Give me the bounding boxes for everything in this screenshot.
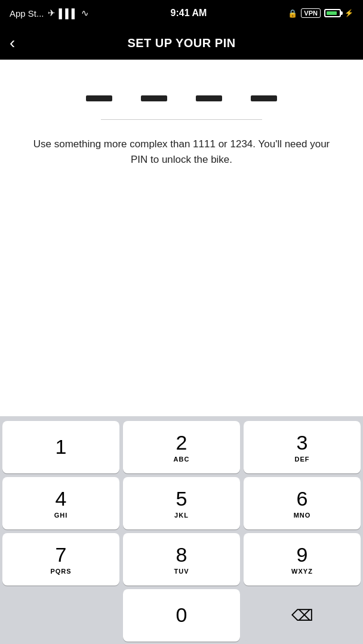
pin-slot-3 — [196, 95, 222, 101]
key-8-digit: 8 — [176, 544, 187, 566]
pin-slot-2 — [141, 95, 167, 101]
key-2-letters: ABC — [174, 456, 190, 463]
key-9-letters: WXYZ — [291, 568, 313, 575]
numpad-container: 1 2 ABC 3 DEF 4 GHI 5 JKL 6 MNO 7 PQRS 8 — [0, 416, 363, 644]
key-5-letters: JKL — [174, 512, 189, 519]
key-3-letters: DEF — [295, 456, 310, 463]
key-2[interactable]: 2 ABC — [123, 421, 240, 473]
key-0[interactable]: 0 — [123, 589, 240, 642]
battery-icon — [324, 9, 341, 17]
hint-text: Use something more complex than 1111 or … — [26, 137, 337, 167]
key-7-digit: 7 — [56, 544, 67, 566]
key-3[interactable]: 3 DEF — [244, 421, 361, 473]
airplane-icon: ✈ — [48, 8, 56, 18]
charging-icon: ⚡ — [344, 9, 353, 17]
vpn-badge: VPN — [301, 8, 321, 18]
key-6-digit: 6 — [297, 488, 308, 510]
status-right: 🔒 VPN ⚡ — [288, 8, 353, 18]
signal-icon: ▌▌▌ — [59, 8, 78, 18]
pin-slot-4 — [251, 95, 277, 101]
key-empty — [2, 589, 119, 642]
key-8-letters: TUV — [174, 568, 189, 575]
key-6-letters: MNO — [294, 512, 311, 519]
key-6[interactable]: 6 MNO — [244, 477, 361, 530]
key-9-digit: 9 — [297, 544, 308, 566]
numpad-bottom-row: 0 ⌫ — [2, 589, 361, 642]
key-7-letters: PQRS — [50, 568, 71, 575]
pin-display — [86, 95, 277, 101]
wifi-icon: ∿ — [81, 8, 89, 18]
numpad-grid: 1 2 ABC 3 DEF 4 GHI 5 JKL 6 MNO 7 PQRS 8 — [2, 421, 361, 586]
key-8[interactable]: 8 TUV — [123, 533, 240, 586]
key-delete[interactable]: ⌫ — [244, 589, 361, 642]
key-4-letters: GHI — [54, 512, 68, 519]
key-0-digit: 0 — [176, 604, 187, 626]
key-9[interactable]: 9 WXYZ — [244, 533, 361, 586]
main-content: Use something more complex than 1111 or … — [0, 60, 363, 416]
key-1-digit: 1 — [56, 436, 67, 458]
time-display: 9:41 AM — [171, 8, 207, 18]
nav-header: ‹ SET UP YOUR PIN — [0, 26, 363, 60]
pin-slot-1 — [86, 95, 112, 101]
delete-icon: ⌫ — [291, 606, 313, 625]
key-4[interactable]: 4 GHI — [2, 477, 119, 530]
key-5-digit: 5 — [176, 488, 187, 510]
key-3-digit: 3 — [297, 432, 308, 454]
back-button[interactable]: ‹ — [10, 35, 15, 51]
key-4-digit: 4 — [56, 488, 67, 510]
app-name: App St... — [10, 8, 44, 18]
page-title: SET UP YOUR PIN — [127, 36, 235, 50]
key-7[interactable]: 7 PQRS — [2, 533, 119, 586]
pin-divider — [101, 119, 262, 120]
key-1[interactable]: 1 — [2, 421, 119, 473]
status-left: App St... ✈ ▌▌▌ ∿ — [10, 8, 89, 18]
key-5[interactable]: 5 JKL — [123, 477, 240, 530]
key-2-digit: 2 — [176, 432, 187, 454]
lock-icon: 🔒 — [288, 9, 297, 18]
status-bar: App St... ✈ ▌▌▌ ∿ 9:41 AM 🔒 VPN ⚡ — [0, 0, 363, 26]
